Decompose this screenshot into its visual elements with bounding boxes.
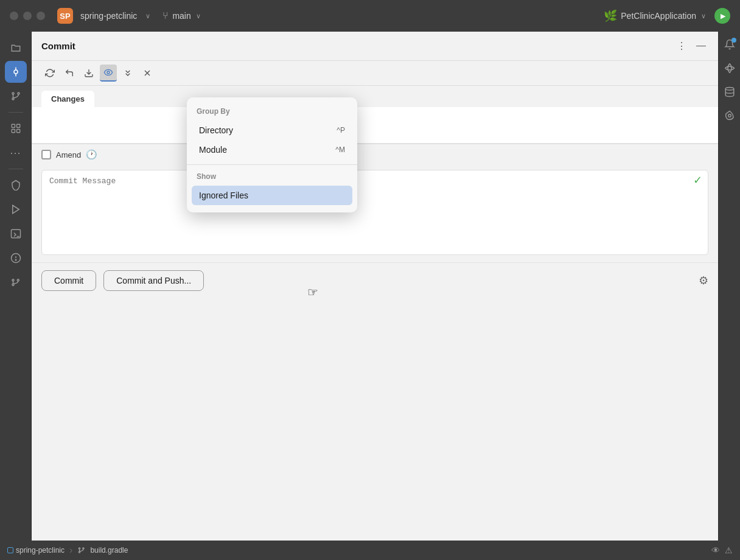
status-file[interactable]: build.gradle: [77, 546, 128, 555]
status-warning-icon[interactable]: ⚠: [725, 545, 733, 555]
changes-area: [32, 107, 718, 144]
expand-button[interactable]: [119, 65, 136, 82]
svg-point-19: [17, 279, 19, 281]
content-area: Commit ⋮ —: [32, 32, 718, 541]
refresh-button[interactable]: [41, 65, 58, 82]
settings-button[interactable]: ⚙: [699, 274, 708, 287]
amend-label: Amend: [56, 150, 81, 159]
minimize-panel-button[interactable]: —: [694, 38, 708, 54]
commit-message-area: ✓: [32, 165, 718, 262]
notifications-button[interactable]: [722, 37, 738, 55]
minimize-traffic-light[interactable]: [23, 12, 32, 20]
status-separator: ›: [69, 545, 72, 556]
titlebar: SP spring-petclinic ∨ ⑂ main ∨ 🌿 PetClin…: [0, 0, 740, 32]
project-name[interactable]: spring-petclinic: [80, 11, 137, 21]
svg-point-4: [18, 93, 19, 94]
more-options-button[interactable]: ⋮: [674, 38, 689, 54]
revert-button[interactable]: [61, 65, 78, 82]
commit-push-button[interactable]: Commit and Push...: [103, 270, 204, 291]
main-layout: ···: [0, 32, 740, 541]
svg-point-16: [15, 259, 16, 261]
app-section: 🌿 PetClinicApplication ∨: [604, 8, 730, 24]
right-sidebar: [718, 32, 740, 541]
svg-rect-10: [16, 130, 19, 133]
branch-section[interactable]: ⑂ main ∨: [162, 10, 200, 21]
view-options-button[interactable]: [100, 65, 117, 82]
status-file-name: build.gradle: [90, 546, 128, 555]
view-options-dropdown: Group By Directory ^P Module ^M Show Ign…: [187, 97, 357, 212]
sidebar-item-git-log[interactable]: [5, 271, 27, 293]
panel-header-actions: ⋮ —: [674, 38, 708, 54]
project-badge: SP: [57, 8, 73, 24]
group-by-directory-label: Directory: [199, 125, 233, 135]
sidebar-item-more[interactable]: ···: [5, 142, 27, 164]
svg-point-22: [107, 71, 110, 74]
history-icon[interactable]: 🕐: [86, 149, 97, 160]
sidebar-item-run[interactable]: [5, 198, 27, 220]
status-eye-slash-icon[interactable]: 👁: [711, 545, 720, 555]
svg-point-27: [79, 548, 80, 549]
download-button[interactable]: [80, 65, 97, 82]
svg-point-25: [725, 88, 734, 91]
svg-rect-8: [16, 124, 19, 127]
database-button[interactable]: [722, 84, 738, 103]
group-by-module-label: Module: [199, 145, 227, 155]
statusbar: spring-petclinic › build.gradle 👁 ⚠: [0, 541, 740, 560]
svg-point-26: [728, 114, 731, 117]
svg-point-0: [14, 70, 18, 74]
sidebar-item-deploy[interactable]: [5, 174, 27, 196]
branch-name: main: [172, 11, 190, 21]
sidebar-item-problems[interactable]: [5, 247, 27, 269]
maximize-traffic-light[interactable]: [37, 12, 45, 20]
status-project-name: spring-petclinic: [16, 546, 65, 555]
svg-rect-7: [12, 124, 15, 127]
ignored-files-label: Ignored Files: [199, 191, 248, 200]
amend-checkbox[interactable]: [41, 150, 51, 159]
toolbar: Group By Directory ^P Module ^M Show Ign…: [32, 61, 718, 86]
branch-icon: ⑂: [162, 10, 169, 21]
extensions-button[interactable]: [722, 108, 738, 127]
group-by-directory-item[interactable]: Directory ^P: [187, 121, 357, 140]
sidebar-item-plugins[interactable]: [5, 117, 27, 139]
status-dot: [7, 547, 13, 553]
ignored-files-item[interactable]: Ignored Files: [192, 186, 352, 205]
panel-title: Commit: [41, 41, 75, 51]
app-name: PetClinicApplication: [621, 11, 696, 21]
changes-tabs: Changes: [32, 86, 718, 107]
tab-changes[interactable]: Changes: [41, 91, 94, 107]
svg-point-29: [83, 548, 84, 549]
amend-row: Amend 🕐: [32, 144, 718, 165]
project-dropdown-arrow[interactable]: ∨: [145, 12, 150, 20]
group-by-module-item[interactable]: Module ^M: [187, 140, 357, 159]
ai-button[interactable]: [722, 60, 738, 79]
dropdown-divider: [187, 164, 357, 165]
status-end-icons: 👁 ⚠: [711, 545, 733, 555]
app-dropdown-arrow[interactable]: ∨: [701, 12, 706, 20]
commit-message-input[interactable]: [41, 170, 708, 255]
directory-shortcut: ^P: [337, 126, 345, 135]
sidebar-item-folder[interactable]: [5, 37, 27, 58]
bottom-actions: Commit Commit and Push... ⚙: [32, 262, 718, 298]
svg-point-17: [12, 279, 14, 281]
group-by-label: Group By: [187, 105, 357, 121]
traffic-lights: [10, 12, 45, 20]
sidebar-item-terminal[interactable]: [5, 223, 27, 245]
panel-header: Commit ⋮ —: [32, 32, 718, 61]
sidebar-divider-2: [9, 169, 23, 169]
run-button[interactable]: [714, 8, 730, 24]
branch-dropdown-arrow[interactable]: ∨: [196, 12, 201, 20]
sidebar-divider-1: [9, 112, 23, 113]
close-button[interactable]: [139, 65, 156, 82]
notification-dot: [731, 38, 736, 43]
sidebar-item-branches[interactable]: [5, 85, 27, 107]
sidebar-item-commit[interactable]: [5, 61, 27, 83]
module-shortcut: ^M: [335, 145, 345, 154]
svg-rect-9: [12, 130, 15, 133]
status-project[interactable]: spring-petclinic: [7, 546, 65, 555]
svg-point-3: [12, 93, 14, 94]
check-icon: ✓: [693, 173, 702, 187]
app-leaf-icon: 🌿: [604, 9, 617, 23]
svg-marker-11: [12, 205, 19, 214]
close-traffic-light[interactable]: [10, 12, 18, 20]
commit-button[interactable]: Commit: [41, 270, 96, 291]
